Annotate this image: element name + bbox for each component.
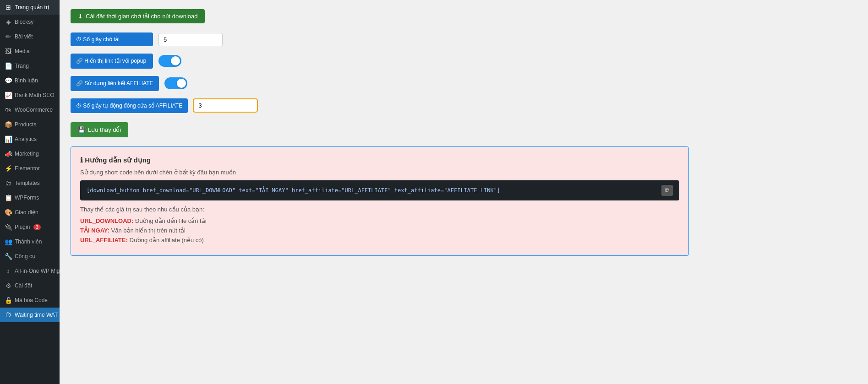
sidebar-item-woocommerce[interactable]: 🛍 WooCommerce xyxy=(0,103,60,117)
info-desc: Sử dụng short code bên dưới chèn ở bất k… xyxy=(80,169,679,176)
sidebar-item-plugins[interactable]: 🔌 Plugin 3 xyxy=(0,220,60,234)
plugins-icon: 🔌 xyxy=(5,223,12,231)
analytics-icon: 📊 xyxy=(5,135,12,143)
param-desc-2: Đường dẫn affiliate (nếu có) xyxy=(129,237,204,243)
sidebar-item-tools[interactable]: 🔧 Công cụ xyxy=(0,249,60,264)
sidebar-item-media[interactable]: 🖼 Media xyxy=(0,44,60,59)
main-content: ⬇ Cài đặt thời gian chờ tải cho nút down… xyxy=(60,0,868,384)
wpforms-icon: 📋 xyxy=(5,194,12,201)
use-affiliate-toggle[interactable] xyxy=(164,77,187,89)
blocksy-icon: ◈ xyxy=(5,18,12,26)
info-box: ℹ Hướng dẫn sử dụng Sử dụng short code b… xyxy=(71,146,689,256)
param-key-1: TẢI NGAY: xyxy=(80,227,109,234)
param-url-affiliate: URL_AFFILIATE: Đường dẫn affiliate (nếu … xyxy=(80,237,679,243)
show-popup-row: 🔗 Hiển thị link tải với popup xyxy=(71,54,857,69)
sidebar-item-comments[interactable]: 💬 Bình luận xyxy=(0,73,60,88)
replace-text: Thay thế các giá trị sau theo nhu cầu củ… xyxy=(80,206,679,213)
sidebar-item-rankmath[interactable]: 📈 Rank Math SEO xyxy=(0,88,60,103)
use-affiliate-row: 🔗 Sử dụng liên kết AFFILIATE xyxy=(71,76,857,91)
dashboard-icon: ⊞ xyxy=(5,4,12,11)
mahoacode-icon: 🔒 xyxy=(5,297,12,304)
sidebar-item-settings[interactable]: ⚙ Cài đặt xyxy=(0,278,60,293)
products-icon: 📦 xyxy=(5,121,12,128)
wait-seconds-input[interactable] xyxy=(158,33,223,46)
comments-icon: 💬 xyxy=(5,77,12,84)
save-icon: 💾 xyxy=(78,126,85,133)
params-list: URL_DOWNLOAD: Đường dẫn đến file cần tải… xyxy=(80,217,679,243)
plugins-badge: 3 xyxy=(33,224,41,230)
pages-icon: 📄 xyxy=(5,62,12,70)
sidebar-item-dashboard[interactable]: ⊞ Trang quản trị xyxy=(0,0,60,15)
show-popup-toggle-track[interactable] xyxy=(158,55,181,67)
sidebar-item-waitingtime[interactable]: ⏱ Waiting time WAT xyxy=(0,308,60,322)
shortcode-text: [download_button href_download="URL_DOWN… xyxy=(87,187,500,194)
param-tai-ngay: TẢI NGAY: Văn bản hiển thị trên nút tải xyxy=(80,227,679,234)
appearance-icon: 🎨 xyxy=(5,209,12,216)
use-affiliate-label: 🔗 Sử dụng liên kết AFFILIATE xyxy=(71,76,159,91)
users-icon: 👥 xyxy=(5,238,12,245)
sidebar-item-marketing[interactable]: 📣 Marketing xyxy=(0,146,60,161)
install-button[interactable]: ⬇ Cài đặt thời gian chờ tải cho nút down… xyxy=(71,9,205,23)
settings-icon: ⚙ xyxy=(5,282,12,289)
sidebar-item-elementor[interactable]: ⚡ Elementor xyxy=(0,161,60,176)
wait-seconds-row: ⏱ Số giây chờ tải xyxy=(71,32,857,46)
sidebar-item-pages[interactable]: 📄 Trang xyxy=(0,59,60,73)
auto-close-input[interactable] xyxy=(193,99,257,112)
sidebar-item-posts[interactable]: ✏ Bài viết xyxy=(0,29,60,44)
info-title: ℹ Hướng dẫn sử dụng xyxy=(80,156,679,164)
posts-icon: ✏ xyxy=(5,33,12,40)
sidebar-item-blocksy[interactable]: ◈ Blocksy xyxy=(0,15,60,29)
waitingtime-icon: ⏱ xyxy=(5,311,12,319)
templates-icon: 🗂 xyxy=(5,179,12,187)
elementor-icon: ⚡ xyxy=(5,165,12,172)
aiowp-icon: ↕ xyxy=(5,267,12,275)
use-affiliate-toggle-track[interactable] xyxy=(164,77,187,89)
code-block: [download_button href_download="URL_DOWN… xyxy=(80,180,679,200)
sidebar-item-appearance[interactable]: 🎨 Giao diện xyxy=(0,205,60,220)
sidebar-item-products[interactable]: 📦 Products xyxy=(0,117,60,132)
download-icon: ⬇ xyxy=(78,13,83,20)
auto-close-label: ⏱ Số giây tự động đóng cửa sổ AFFILIATE xyxy=(71,98,188,114)
copy-button[interactable]: ⧉ xyxy=(661,185,673,196)
show-popup-label: 🔗 Hiển thị link tải với popup xyxy=(71,54,153,69)
tools-icon: 🔧 xyxy=(5,253,12,260)
param-key-0: URL_DOWNLOAD: xyxy=(80,217,133,224)
param-desc-0: Đường dẫn đến file cần tải xyxy=(135,217,207,224)
sidebar-item-wpforms[interactable]: 📋 WPForms xyxy=(0,190,60,205)
wait-seconds-label: ⏱ Số giây chờ tải xyxy=(71,32,153,46)
sidebar-item-users[interactable]: 👥 Thành viên xyxy=(0,234,60,249)
marketing-icon: 📣 xyxy=(5,150,12,157)
sidebar-item-aiowp[interactable]: ↕ All-in-One WP Migration xyxy=(0,264,60,278)
sidebar-item-mahoacode[interactable]: 🔒 Mã hóa Code xyxy=(0,293,60,308)
rankmath-icon: 📈 xyxy=(5,92,12,99)
sidebar-item-analytics[interactable]: 📊 Analytics xyxy=(0,132,60,146)
show-popup-toggle[interactable] xyxy=(158,55,181,67)
param-key-2: URL_AFFILIATE: xyxy=(80,237,128,243)
auto-close-row: ⏱ Số giây tự động đóng cửa sổ AFFILIATE xyxy=(71,98,857,114)
save-button[interactable]: 💾 Lưu thay đổi xyxy=(71,122,128,137)
param-desc-1: Văn bản hiển thị trên nút tải xyxy=(111,227,186,234)
param-url-download: URL_DOWNLOAD: Đường dẫn đến file cần tải xyxy=(80,217,679,224)
media-icon: 🖼 xyxy=(5,48,12,55)
woocommerce-icon: 🛍 xyxy=(5,106,12,114)
sidebar: ⊞ Trang quản trị ◈ Blocksy ✏ Bài viết 🖼 … xyxy=(0,0,60,384)
sidebar-item-templates[interactable]: 🗂 Templates xyxy=(0,176,60,190)
